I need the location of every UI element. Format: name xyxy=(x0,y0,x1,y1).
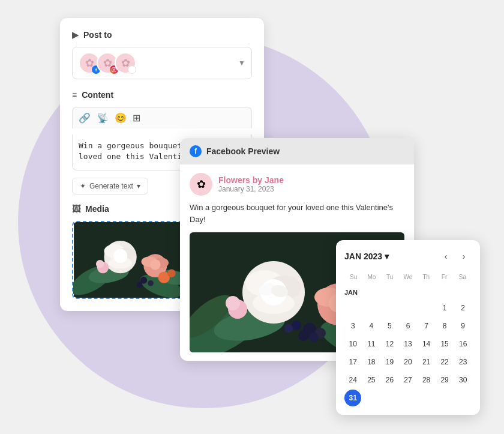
calendar-day-19[interactable]: 19 xyxy=(381,354,398,370)
fb-post-text: Win a gorgeous bouquet for your loved on… xyxy=(190,202,404,225)
facebook-icon: f xyxy=(190,145,202,157)
media-label: Media xyxy=(85,204,109,214)
content-label: Content xyxy=(82,90,113,100)
fb-author-info: Flowers by Jane January 31, 2023 xyxy=(218,175,284,193)
calendar-next-button[interactable]: › xyxy=(456,249,472,264)
fb-author-date: January 31, 2023 xyxy=(218,185,284,193)
svg-point-46 xyxy=(298,330,309,341)
calendar-day-7[interactable]: 7 xyxy=(418,318,435,334)
calendar-day-8[interactable]: 8 xyxy=(436,318,453,334)
calendar-day-18[interactable]: 18 xyxy=(363,354,380,370)
post-to-header: ▶ Post to xyxy=(72,30,252,40)
month-label: JAN xyxy=(344,286,472,300)
generate-btn-label: Generate text xyxy=(89,182,133,190)
calendar-day-30[interactable]: 30 xyxy=(455,372,472,388)
calendar-dropdown-icon: ▾ xyxy=(385,252,389,261)
calendar-grid: Su Mo Tu We Th Fr Sa JAN 1 2 3 4 5 6 7 8… xyxy=(344,271,472,406)
calendar-day-10[interactable]: 10 xyxy=(344,336,361,352)
fb-preview-label: Facebook Preview xyxy=(206,146,280,156)
svg-point-1 xyxy=(113,69,115,71)
calendar-day-21[interactable]: 21 xyxy=(418,354,435,370)
calendar-day-17[interactable]: 17 xyxy=(344,354,361,370)
generate-dropdown-arrow: ▾ xyxy=(137,182,140,190)
fb-author: ✿ Flowers by Jane January 31, 2023 xyxy=(190,173,404,196)
calendar-day-15[interactable]: 15 xyxy=(436,336,453,352)
post-to-label: Post to xyxy=(83,30,112,40)
weekday-tu: Tu xyxy=(381,271,399,283)
generate-text-button[interactable]: ✦ Generate text ▾ xyxy=(72,178,148,194)
calendar-widget: JAN 2023 ▾ ‹ › Su Mo Tu We Th Fr Sa JAN … xyxy=(336,240,480,415)
calendar-day-11[interactable]: 11 xyxy=(363,336,380,352)
svg-point-51 xyxy=(284,324,293,333)
calendar-day-31[interactable]: 31 xyxy=(344,390,361,406)
g-badge: G xyxy=(128,65,136,74)
calendar-day-23[interactable]: 23 xyxy=(455,354,472,370)
calendar-month-selector[interactable]: JAN 2023 ▾ xyxy=(344,252,389,261)
post-to-section: ▶ Post to ✿ f ✿ xyxy=(72,30,252,79)
calendar-prev-button[interactable]: ‹ xyxy=(438,249,454,264)
svg-point-47 xyxy=(309,333,319,342)
send-icon: ▶ xyxy=(72,30,79,40)
calendar-day-16[interactable]: 16 xyxy=(455,336,472,352)
svg-point-20 xyxy=(148,280,154,286)
svg-point-18 xyxy=(167,270,176,278)
weekday-we: We xyxy=(399,271,417,283)
weekday-mo: Mo xyxy=(362,271,380,283)
svg-point-21 xyxy=(137,282,143,288)
dropdown-arrow-icon: ▼ xyxy=(238,59,245,67)
svg-point-50 xyxy=(292,321,301,330)
content-icon: ≡ xyxy=(72,90,77,100)
fb-preview-header: f Facebook Preview xyxy=(180,138,414,164)
svg-point-23 xyxy=(96,260,104,268)
calendar-navigation: ‹ › xyxy=(438,249,472,264)
svg-point-16 xyxy=(150,259,160,270)
emoji-icon[interactable]: 😊 xyxy=(115,112,127,124)
calendar-day-4[interactable]: 4 xyxy=(363,318,380,334)
rss-icon[interactable]: 📡 xyxy=(97,112,109,124)
calendar-day-28[interactable]: 28 xyxy=(418,372,435,388)
calendar-day-9[interactable]: 9 xyxy=(455,318,472,334)
calendar-day-14[interactable]: 14 xyxy=(418,336,435,352)
calendar-day-2[interactable]: 2 xyxy=(455,300,472,316)
weekday-th: Th xyxy=(417,271,435,283)
calendar-day-5[interactable]: 5 xyxy=(381,318,398,334)
empty-cell xyxy=(418,300,434,316)
weekday-fr: Fr xyxy=(435,271,453,283)
svg-point-49 xyxy=(226,296,240,310)
calendar-day-22[interactable]: 22 xyxy=(436,354,453,370)
svg-point-12 xyxy=(113,249,127,263)
calendar-days: 1 2 3 4 5 6 7 8 9 10 11 12 13 14 15 16 1… xyxy=(344,300,472,406)
calendar-day-13[interactable]: 13 xyxy=(400,336,416,352)
calendar-header: JAN 2023 ▾ ‹ › xyxy=(344,249,472,264)
calendar-day-25[interactable]: 25 xyxy=(363,372,380,388)
fb-author-avatar: ✿ xyxy=(190,173,212,196)
calendar-month-year: JAN 2023 xyxy=(344,252,382,261)
fb-author-name: Flowers by Jane xyxy=(218,175,284,185)
empty-cell xyxy=(381,300,398,316)
calendar-day-24[interactable]: 24 xyxy=(344,372,361,388)
calendar-day-20[interactable]: 20 xyxy=(400,354,416,370)
empty-cell xyxy=(344,300,361,316)
content-toolbar: 🔗 📡 😊 ⊞ xyxy=(72,107,252,128)
image-icon: 🖼 xyxy=(72,204,80,214)
link-icon[interactable]: 🔗 xyxy=(79,112,91,124)
calendar-day-27[interactable]: 27 xyxy=(400,372,416,388)
weekday-su: Su xyxy=(344,271,362,283)
media-preview[interactable] xyxy=(72,221,192,299)
weekday-sa: Sa xyxy=(454,271,472,283)
calendar-day-6[interactable]: 6 xyxy=(400,318,416,334)
calendar-day-12[interactable]: 12 xyxy=(381,336,398,352)
sparkle-icon: ✦ xyxy=(80,182,86,190)
calendar-day-29[interactable]: 29 xyxy=(436,372,453,388)
calendar-day-1[interactable]: 1 xyxy=(436,300,453,316)
calendar-day-26[interactable]: 26 xyxy=(381,372,398,388)
calendar-day-3[interactable]: 3 xyxy=(344,318,361,334)
social-accounts-dropdown[interactable]: ✿ f ✿ ✿ G xyxy=(72,47,252,79)
empty-cell xyxy=(400,300,416,316)
grid-icon[interactable]: ⊞ xyxy=(133,112,140,124)
svg-point-2 xyxy=(115,68,115,69)
empty-cell xyxy=(363,300,380,316)
account-avatar-g: ✿ G xyxy=(115,52,136,74)
social-accounts-list: ✿ f ✿ ✿ G xyxy=(79,52,238,74)
flower-image xyxy=(73,222,191,298)
